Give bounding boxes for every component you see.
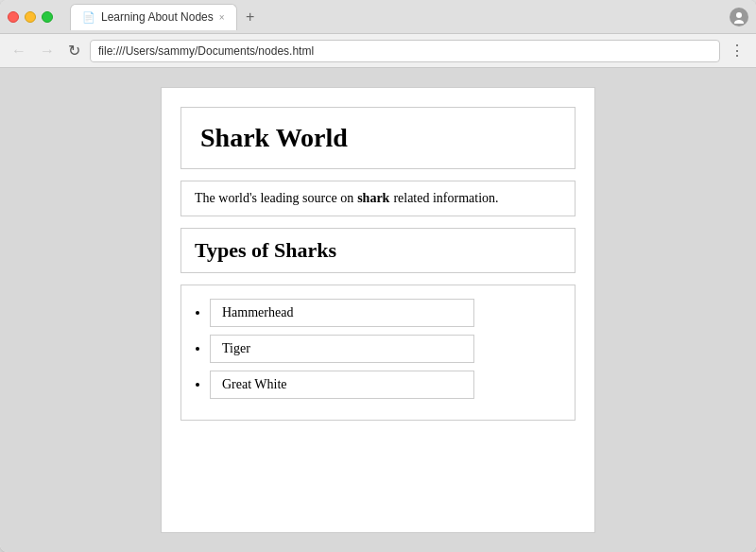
list-item-text: Great White	[210, 371, 474, 399]
list-item: Tiger	[210, 335, 561, 363]
menu-button[interactable]: ⋮	[726, 40, 748, 61]
sharks-list: Hammerhead Tiger Great White	[200, 299, 561, 399]
forward-button[interactable]: →	[36, 41, 59, 61]
tab-title: Learning About Nodes	[101, 10, 214, 24]
back-button[interactable]: ←	[8, 41, 30, 61]
page-title: Shark World	[200, 123, 556, 153]
description-keyword: shark	[357, 191, 389, 206]
description-after-text: related information.	[393, 191, 498, 206]
svg-point-1	[734, 20, 744, 24]
list-item-text: Hammerhead	[210, 299, 474, 327]
refresh-button[interactable]: ↻	[64, 40, 84, 61]
list-item-text: Tiger	[210, 335, 474, 363]
minimize-button[interactable]	[25, 11, 36, 23]
section-title: Types of Sharks	[195, 238, 561, 263]
description-before-text: The world's leading source on	[195, 191, 353, 206]
tab-favicon-icon: 📄	[82, 11, 95, 24]
address-bar[interactable]: file:///Users/sammy/Documents/nodes.html	[90, 40, 720, 62]
svg-point-0	[736, 12, 742, 18]
title-bar: 📄 Learning About Nodes × +	[0, 0, 756, 34]
description-box: The world's leading source on shark rela…	[180, 181, 576, 216]
tab-bar: 📄 Learning About Nodes × +	[70, 4, 730, 30]
browser-window: 📄 Learning About Nodes × + ← → ↻ file://…	[0, 0, 756, 552]
nav-bar: ← → ↻ file:///Users/sammy/Documents/node…	[0, 34, 756, 68]
maximize-button[interactable]	[42, 11, 53, 23]
html-page: Shark World The world's leading source o…	[161, 87, 595, 533]
active-tab[interactable]: 📄 Learning About Nodes ×	[70, 4, 237, 30]
list-item: Great White	[210, 371, 561, 399]
address-text: file:///Users/sammy/Documents/nodes.html	[98, 44, 314, 58]
page-title-box: Shark World	[180, 107, 576, 169]
profile-icon[interactable]	[730, 8, 748, 26]
list-box: Hammerhead Tiger Great White	[180, 285, 576, 421]
tab-close-icon[interactable]: ×	[219, 12, 225, 23]
page-content: Shark World The world's leading source o…	[0, 68, 756, 552]
new-tab-button[interactable]: +	[241, 9, 260, 26]
section-title-box: Types of Sharks	[180, 228, 576, 273]
list-item: Hammerhead	[210, 299, 561, 327]
traffic-lights	[8, 11, 53, 23]
close-button[interactable]	[8, 11, 19, 23]
